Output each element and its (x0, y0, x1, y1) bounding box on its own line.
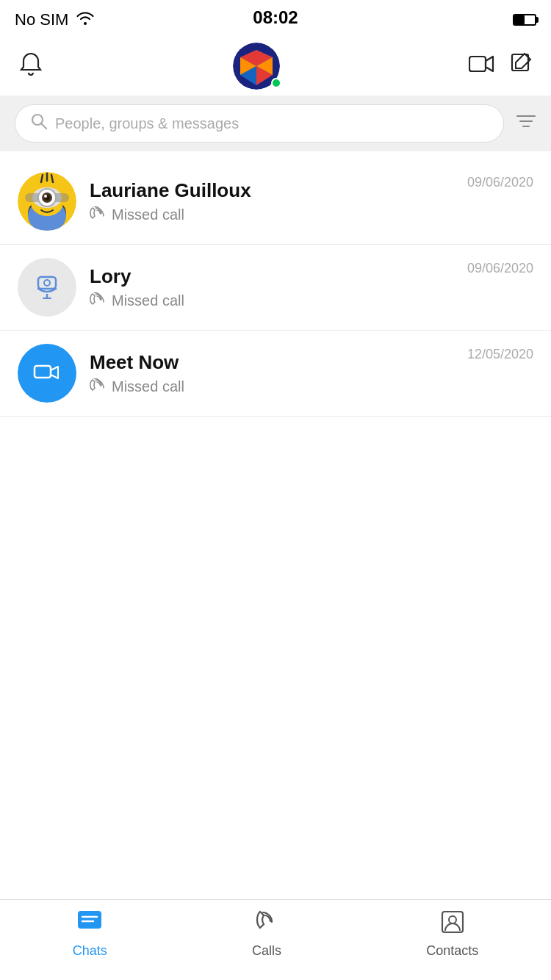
chat-info-lauriane: Lauriane Guilloux Missed call (90, 179, 454, 223)
chat-sub-lory: Missed call (90, 292, 454, 309)
status-time: 08:02 (253, 7, 298, 28)
chat-date-lauriane: 09/06/2020 (467, 175, 533, 190)
nav-label-contacts: Contacts (426, 943, 478, 959)
svg-rect-8 (469, 57, 486, 71)
chat-item-meetnow[interactable]: Meet Now Missed call 12/05/2020 (0, 331, 551, 417)
svg-rect-35 (78, 911, 101, 929)
nav-item-chats[interactable]: Chats (73, 910, 107, 959)
chat-date-meetnow: 12/05/2020 (467, 347, 533, 362)
chat-name-meetnow: Meet Now (90, 351, 454, 374)
chat-date-lory: 09/06/2020 (467, 261, 533, 276)
nav-label-calls: Calls (252, 943, 281, 959)
avatar-lory (18, 258, 76, 317)
video-call-icon[interactable] (469, 54, 495, 79)
header (0, 37, 551, 96)
avatar-lauriane (18, 172, 76, 231)
chat-sub-lauriane: Missed call (90, 206, 454, 223)
missed-call-icon-2 (90, 292, 106, 309)
svg-rect-32 (43, 298, 51, 299)
status-bar: No SIM 08:02 (0, 0, 551, 37)
search-bar[interactable]: People, groups & messages (15, 104, 504, 143)
missed-call-icon-1 (90, 206, 106, 223)
bottom-nav: Chats Calls Contacts (0, 899, 551, 980)
chat-info-lory: Lory Missed call (90, 265, 454, 309)
missed-call-label-3: Missed call (112, 378, 184, 395)
missed-call-label-1: Missed call (112, 206, 184, 223)
battery-area (513, 14, 536, 26)
filter-icon[interactable] (516, 111, 536, 137)
chats-icon (77, 910, 102, 939)
svg-line-11 (42, 124, 47, 129)
nav-item-contacts[interactable]: Contacts (426, 910, 478, 959)
wifi-icon (76, 10, 95, 29)
chat-item-lauriane[interactable]: Lauriane Guilloux Missed call 09/06/2020 (0, 159, 551, 245)
search-bar-area: People, groups & messages (0, 96, 551, 151)
avatar-meetnow (18, 344, 76, 403)
header-action-icons (469, 52, 533, 81)
chat-item-lory[interactable]: Lory Missed call 09/06/2020 (0, 245, 551, 331)
chat-sub-meetnow: Missed call (90, 378, 454, 395)
svg-point-39 (449, 916, 456, 923)
battery-icon (513, 14, 536, 26)
search-placeholder: People, groups & messages (55, 115, 489, 132)
compose-icon[interactable] (510, 52, 533, 81)
missed-call-label-2: Missed call (112, 292, 184, 309)
chat-info-meetnow: Meet Now Missed call (90, 351, 454, 395)
svg-point-24 (44, 195, 47, 198)
missed-call-icon-3 (90, 378, 106, 395)
contacts-icon (441, 910, 464, 939)
nav-label-chats: Chats (73, 943, 107, 959)
carrier-wifi: No SIM (15, 10, 95, 29)
chat-list: Lauriane Guilloux Missed call 09/06/2020 (0, 151, 551, 417)
calls-icon (256, 910, 278, 939)
nav-item-calls[interactable]: Calls (252, 910, 281, 959)
app-logo (233, 43, 280, 90)
search-icon (30, 112, 48, 134)
chat-name-lory: Lory (90, 265, 454, 288)
chat-name-lauriane: Lauriane Guilloux (90, 179, 454, 202)
notification-bell-icon[interactable] (18, 51, 44, 82)
carrier-label: No SIM (15, 10, 68, 29)
online-status-dot (271, 78, 281, 88)
